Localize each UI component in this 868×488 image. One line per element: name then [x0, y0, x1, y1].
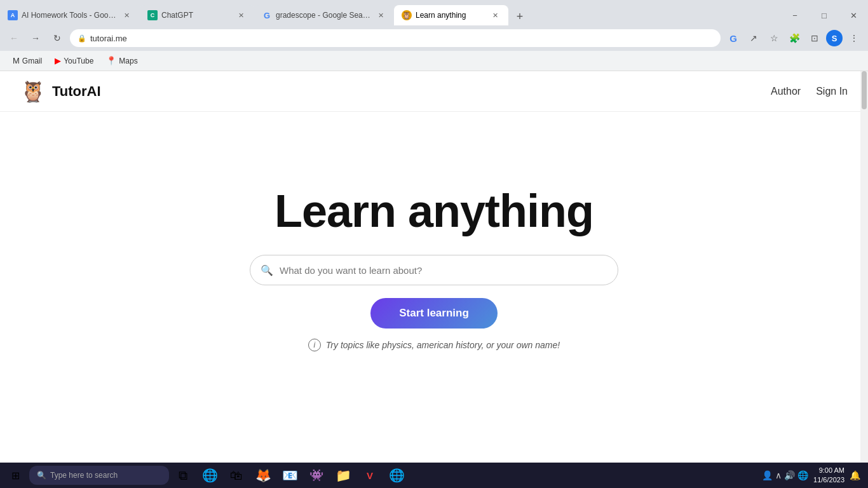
info-icon: i: [308, 339, 321, 351]
tab-2-favicon: C: [147, 10, 158, 20]
back-button[interactable]: ←: [5, 29, 23, 47]
split-view-icon[interactable]: ⊡: [806, 29, 824, 47]
tab-4-title: Learn anything: [416, 11, 485, 20]
browser-tab-1[interactable]: A AI Homework Tools - Google D... ✕: [0, 5, 140, 25]
scrollbar-track[interactable]: [860, 71, 868, 463]
taskbar-apps: 🌐 🛍 🦊 📧 👾 📁 V 🌐: [197, 463, 409, 488]
hero-title: Learn anything: [275, 185, 593, 237]
hint-text: i Try topics like physics, american hist…: [308, 339, 560, 351]
logo[interactable]: 🦉 TutorAI: [20, 79, 101, 104]
taskbar-edge[interactable]: 🌐: [197, 463, 222, 488]
search-input[interactable]: [280, 265, 607, 276]
store-icon: 🛍: [230, 468, 243, 483]
browser-tab-4[interactable]: 🦉 Learn anything ✕: [394, 5, 508, 25]
taskbar-time-text: 9:00 AM: [813, 466, 844, 475]
maps-label: Maps: [119, 57, 137, 65]
menu-icon[interactable]: ⋮: [845, 29, 863, 47]
windows-icon: ⊞: [11, 470, 20, 482]
tab-3-close[interactable]: ✕: [375, 10, 386, 21]
hidden-icons[interactable]: ∧: [775, 470, 782, 480]
tab-2-close[interactable]: ✕: [235, 10, 247, 21]
vivaldi-icon: V: [367, 470, 373, 481]
bookmark-star-icon[interactable]: ☆: [765, 29, 783, 47]
new-tab-button[interactable]: +: [511, 8, 529, 25]
taskbar-system-area: 👤 ∧ 🔊 🌐 9:00 AM 11/6/2023 🔔: [757, 466, 865, 485]
notifications-bell[interactable]: 🔔: [850, 470, 860, 480]
youtube-label: YouTube: [64, 57, 93, 65]
signin-link[interactable]: Sign In: [816, 86, 848, 97]
share-icon[interactable]: ↗: [745, 29, 763, 47]
logo-text: TutorAI: [52, 83, 101, 100]
taskbar-search-icon: 🔍: [37, 471, 46, 480]
bookmark-maps[interactable]: 📍 Maps: [101, 53, 142, 68]
tab-1-close[interactable]: ✕: [121, 10, 132, 21]
reload-button[interactable]: ↻: [48, 29, 66, 47]
start-button[interactable]: ⊞: [3, 463, 28, 488]
bookmark-youtube[interactable]: ▶ YouTube: [50, 53, 98, 68]
google-icon[interactable]: G: [724, 29, 742, 47]
network-icon[interactable]: 🌐: [797, 470, 808, 480]
taskbar: ⊞ 🔍 Type here to search ⧉ 🌐 🛍 🦊 📧 👾 📁 V: [0, 463, 868, 488]
speaker-icon[interactable]: 🔊: [784, 470, 795, 480]
taskbar-clock[interactable]: 9:00 AM 11/6/2023: [813, 466, 844, 485]
logo-owl-icon: 🦉: [20, 79, 46, 104]
bookmark-gmail[interactable]: M Gmail: [8, 53, 47, 68]
search-icon: 🔍: [261, 264, 273, 276]
tab-2-title: ChatGPT: [161, 11, 231, 20]
files-icon: 📁: [336, 468, 351, 483]
mail-icon: 📧: [282, 468, 298, 483]
taskbar-reddit[interactable]: 👾: [304, 463, 329, 488]
url-text: tutorai.me: [90, 34, 713, 43]
taskbar-search-label: Type here to search: [50, 471, 118, 480]
taskbar-firefox[interactable]: 🦊: [250, 463, 276, 488]
author-link[interactable]: Author: [771, 86, 801, 97]
browser-tab-2[interactable]: C ChatGPT ✕: [140, 5, 254, 25]
window-minimize-button[interactable]: −: [780, 5, 810, 25]
taskbar-date-text: 11/6/2023: [813, 475, 844, 485]
taskbar-mail[interactable]: 📧: [277, 463, 302, 488]
task-view-icon: ⧉: [179, 468, 187, 483]
tab-1-title: AI Homework Tools - Google D...: [22, 11, 117, 20]
edge-icon: 🌐: [202, 468, 218, 483]
youtube-favicon: ▶: [55, 56, 61, 65]
address-bar[interactable]: 🔒 tutorai.me: [70, 29, 721, 47]
notification-icon[interactable]: 👤: [762, 470, 773, 480]
taskbar-store[interactable]: 🛍: [224, 463, 249, 488]
chrome-icon: 🌐: [389, 468, 405, 483]
gmail-label: Gmail: [22, 57, 42, 65]
forward-button[interactable]: →: [27, 29, 44, 47]
site-navbar: 🦉 TutorAI Author Sign In: [0, 71, 868, 112]
window-maximize-button[interactable]: □: [810, 5, 839, 25]
gmail-favicon: M: [13, 56, 20, 65]
taskbar-files[interactable]: 📁: [330, 463, 356, 488]
reddit-icon: 👾: [309, 468, 323, 482]
tab-4-favicon: 🦉: [402, 10, 412, 20]
start-learning-button[interactable]: Start learning: [370, 298, 498, 329]
browser-tab-3[interactable]: G gradescope - Google Search ✕: [254, 5, 394, 25]
scrollbar-thumb[interactable]: [862, 71, 867, 109]
hint-label: Try topics like physics, american histor…: [326, 340, 560, 350]
taskbar-chrome[interactable]: 🌐: [384, 463, 409, 488]
tab-3-favicon: G: [262, 10, 272, 20]
taskbar-task-view[interactable]: ⧉: [170, 463, 196, 488]
lock-icon: 🔒: [78, 34, 86, 43]
maps-favicon: 📍: [106, 56, 116, 65]
tab-4-close[interactable]: ✕: [489, 10, 501, 21]
extensions-icon[interactable]: 🧩: [785, 29, 803, 47]
profile-icon[interactable]: S: [826, 30, 843, 46]
hero-section: Learn anything 🔍 Start learning i Try to…: [0, 112, 868, 463]
taskbar-vivaldi[interactable]: V: [357, 463, 383, 488]
taskbar-search[interactable]: 🔍 Type here to search: [29, 466, 169, 485]
search-bar: 🔍: [250, 255, 618, 285]
firefox-icon: 🦊: [255, 468, 271, 483]
tab-3-title: gradescope - Google Search: [276, 11, 371, 20]
tab-1-favicon: A: [8, 10, 18, 20]
window-close-button[interactable]: ✕: [839, 5, 868, 25]
